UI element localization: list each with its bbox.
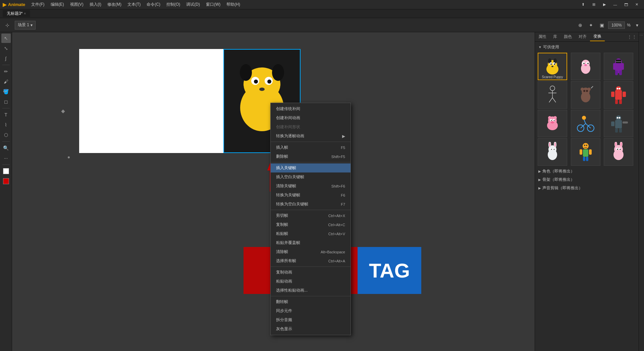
char-8[interactable] [571, 110, 600, 137]
right-tab-align[interactable]: 对齐 [575, 32, 590, 41]
menu-edit[interactable]: 编辑(E) [48, 1, 67, 8]
ctx-insert-frame[interactable]: 插入帧 F5 [271, 143, 351, 152]
char-2[interactable] [571, 53, 600, 80]
arrange-button[interactable]: ⊞ [589, 1, 598, 8]
ctx-select-all-frames[interactable]: 选择所有帧 Ctrl+Alt+A [271, 256, 351, 265]
zoom-tool[interactable]: 🔍 [1, 143, 11, 153]
ctx-insert-keyframe[interactable]: 插入关键帧 [271, 163, 351, 172]
collapse-btn[interactable]: ⋮ [640, 34, 643, 37]
ctx-sep-1 [271, 142, 351, 142]
ctx-split-audio[interactable]: 拆分音频 [271, 315, 351, 324]
ctx-clear-keyframe[interactable]: 清除关键帧 Shift+F6 [271, 182, 351, 191]
ctx-copy-animation[interactable]: 复制动画 [271, 268, 351, 277]
section-roles-header[interactable]: ▶ 角色（即将推出） [536, 167, 637, 176]
svg-rect-89 [583, 149, 588, 157]
bone-tool[interactable]: ⌇ [1, 120, 11, 130]
eraser-tool[interactable]: ◻ [1, 97, 11, 106]
menu-view[interactable]: 视图(V) [67, 1, 86, 8]
ctx-create-motion-tween[interactable]: 创建补间动画 [271, 113, 351, 122]
section-skeleton-header[interactable]: ▶ 骨架（即将推出） [536, 176, 637, 184]
ctx-selective-paste[interactable]: 选择性粘贴动画... [271, 286, 351, 295]
ctx-paste-frame[interactable]: 粘贴帧 Ctrl+Alt+V [271, 229, 351, 238]
canvas-area[interactable]: 创建传统补间 创建补间动画 创建补间形状 转换为逐帧动画 ▶ 插入帧 F5 删除… [12, 32, 535, 351]
ctx-convert-to-keyframe[interactable]: 转换为关键帧 F6 [271, 191, 351, 200]
pen-tool[interactable]: ✏ [1, 67, 11, 76]
fill-color[interactable] [1, 177, 11, 186]
ctx-delete-frame-label: 删除帧 [276, 154, 288, 159]
scene-selector[interactable]: 场景 1 ▾ [15, 21, 36, 30]
char-3[interactable] [604, 53, 633, 80]
ctx-flip-frames[interactable]: 翻转帧 [271, 297, 351, 306]
transform-tool[interactable]: ⤡ [1, 44, 11, 53]
control-point [68, 156, 70, 158]
char-10[interactable] [538, 138, 567, 166]
menu-text[interactable]: 文本(T) [125, 1, 143, 8]
svg-point-82 [549, 142, 550, 147]
active-tab[interactable]: 无标题3* × [3, 10, 30, 17]
right-tab-color[interactable]: 颜色 [560, 32, 575, 41]
ctx-insert-blank-keyframe[interactable]: 插入空白关键帧 [271, 172, 351, 182]
ctx-gray-display[interactable]: 灰色显示 [271, 324, 351, 334]
menu-control[interactable]: 控制(O) [164, 1, 183, 8]
stroke-color[interactable] [1, 166, 11, 176]
anchor-point [61, 109, 65, 113]
share-button[interactable]: ⬆ [578, 1, 588, 8]
ctx-create-tween[interactable]: 创建传统补间 [271, 104, 351, 113]
ctx-convert-frame-by-frame[interactable]: 转换为逐帧动画 ▶ [271, 132, 351, 141]
menu-modify[interactable]: 修改(M) [105, 1, 124, 8]
section-available-header[interactable]: ▼ 可供使用 [536, 43, 637, 51]
ctx-sync-symbol-label: 同步元件 [276, 308, 292, 314]
menu-command[interactable]: 命令(C) [144, 1, 163, 8]
char-7[interactable] [538, 110, 567, 137]
svg-point-86 [551, 149, 552, 150]
snap2-icon[interactable]: ✦ [587, 21, 595, 30]
snap-icon[interactable]: ⊕ [576, 21, 585, 30]
toolbar-select-btn[interactable]: ⊹ [3, 20, 12, 30]
asset-tool[interactable]: ⬡ [1, 130, 11, 140]
zoom-dropdown-icon[interactable]: ▾ [633, 21, 641, 30]
maximize-button[interactable]: 🗖 [621, 1, 631, 8]
ctx-convert-to-blank-keyframe[interactable]: 转换为空白关键帧 F7 [271, 200, 351, 209]
char-scared-puppy[interactable]: Scared Puppy [538, 53, 567, 80]
menu-debug[interactable]: 调试(D) [183, 1, 203, 8]
menu-window[interactable]: 窗口(W) [203, 1, 223, 8]
zoom-input[interactable] [608, 21, 625, 29]
brush-tool[interactable]: 🖌 [1, 77, 11, 86]
char-scared-puppy-label: Scared Puppy [540, 75, 565, 79]
tabbar: 无标题3* × [0, 9, 644, 18]
ctx-copy-frame[interactable]: 复制帧 Ctrl+Alt+C [271, 220, 351, 229]
curve-tool[interactable]: ∫ [1, 54, 11, 63]
ctx-paste-animation[interactable]: 粘贴动画 [271, 277, 351, 286]
char-6[interactable] [604, 81, 633, 109]
watermark-tag: TAG [369, 259, 410, 282]
char-9[interactable] [604, 110, 633, 137]
ctx-delete-frame[interactable]: 删除帧 Shift+F5 [271, 152, 351, 161]
char-12[interactable] [604, 138, 633, 166]
paint-bucket[interactable]: 🪣 [1, 87, 11, 96]
char-11[interactable] [571, 138, 600, 166]
minimize-button[interactable]: — [610, 1, 620, 8]
right-panel-menu-icon[interactable]: ⋮⋮ [627, 34, 637, 40]
ctx-sync-symbol[interactable]: 同步元件 [271, 306, 351, 315]
window-controls: ⬆ ⊞ ▶ — 🗖 ✕ [578, 1, 641, 8]
right-content[interactable]: ▼ 可供使用 [535, 42, 639, 351]
tab-close[interactable]: × [24, 12, 26, 15]
right-tab-properties[interactable]: 属性 [535, 32, 550, 41]
menu-file[interactable]: 文件(F) [29, 1, 47, 8]
more-tools[interactable]: ··· [1, 153, 11, 163]
clip-icon[interactable]: ▣ [597, 21, 606, 30]
menu-help[interactable]: 帮助(H) [224, 1, 243, 8]
char-5[interactable] [571, 81, 600, 109]
right-tab-transform[interactable]: 变换 [590, 32, 605, 41]
section-audio-header[interactable]: ▶ 声音剪辑（即将推出） [536, 184, 637, 192]
menu-insert[interactable]: 插入(I) [87, 1, 104, 8]
ctx-clear-frame[interactable]: 清除帧 Alt+Backspace [271, 247, 351, 256]
select-tool[interactable]: ↖ [1, 34, 11, 43]
close-button[interactable]: ✕ [632, 1, 641, 8]
ctx-paste-overwrite-frame[interactable]: 粘贴并覆盖帧 [271, 238, 351, 247]
text-tool[interactable]: T [1, 110, 11, 119]
char-4[interactable] [538, 81, 567, 109]
play-button[interactable]: ▶ [600, 1, 609, 8]
right-tab-library[interactable]: 库 [550, 32, 560, 41]
ctx-cut-frame[interactable]: 剪切帧 Ctrl+Alt+X [271, 211, 351, 220]
